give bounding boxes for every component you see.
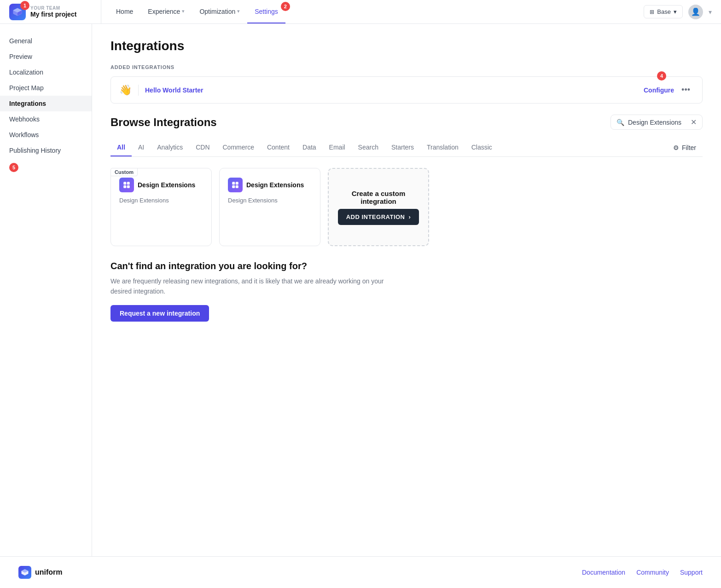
svg-rect-6 [123, 185, 126, 188]
create-custom-title: Create a custom integration [337, 190, 420, 205]
configure-section: 4 Configure ••• [644, 83, 694, 97]
sidebar: General Preview Localization Project Map… [0, 24, 92, 556]
card-logo-icon [119, 178, 134, 192]
footer-logo [18, 566, 31, 579]
footer-community-link[interactable]: Community [636, 569, 669, 576]
integration-cards: Custom Design Extensions Design Extensio… [110, 168, 703, 246]
brand-project-name: My first project [30, 11, 76, 18]
more-options-button[interactable]: ••• [678, 83, 694, 97]
avatar-icon: 👤 [691, 7, 700, 16]
sidebar-item-localization[interactable]: Localization [0, 64, 92, 80]
svg-rect-10 [232, 185, 235, 188]
configure-link[interactable]: Configure [644, 86, 674, 94]
nav-settings[interactable]: Settings [247, 0, 285, 23]
nav-optimization[interactable]: Optimization ▾ [192, 0, 247, 23]
sidebar-item-publishing-history[interactable]: Publishing History [0, 143, 92, 158]
integration-name[interactable]: Hello World Starter [145, 86, 637, 94]
footer-brand-name: uniform [35, 568, 63, 576]
card-name: Design Extensions [138, 181, 195, 189]
grid-icon: ⊞ [650, 9, 654, 15]
cant-find-title: Can't find an integration you are lookin… [110, 261, 703, 271]
search-filter-box[interactable]: 🔍 Design Extensions ✕ [611, 115, 703, 130]
card-name: Design Extensions [246, 181, 304, 189]
brand-text: YOUR TEAM My first project [30, 6, 76, 18]
browse-header: Browse Integrations 🔍 Design Extensions … [110, 115, 703, 130]
tab-data[interactable]: Data [296, 139, 323, 156]
card-desc: Design Extensions [228, 197, 278, 204]
brand-section: 1 YOUR TEAM My first project [0, 0, 101, 23]
footer-brand: uniform [18, 566, 63, 579]
footer-support-link[interactable]: Support [680, 569, 703, 576]
added-integrations-label: ADDED INTEGRATIONS [110, 64, 703, 70]
cant-find-section: Can't find an integration you are lookin… [110, 261, 703, 322]
annotation-badge-1: 1 [20, 1, 29, 10]
card-logo-icon [228, 178, 243, 192]
footer: uniform Documentation Community Support [0, 556, 721, 588]
custom-badge: Custom [110, 168, 138, 176]
main-layout: General Preview Localization Project Map… [0, 24, 721, 556]
tab-all[interactable]: All [110, 139, 132, 156]
search-icon: 🔍 [616, 119, 624, 126]
annotation-badge-4: 4 [657, 71, 666, 81]
added-integration-row: 👋 Hello World Starter 4 Configure ••• [110, 76, 703, 104]
sidebar-item-general[interactable]: General [0, 33, 92, 49]
sidebar-item-webhooks[interactable]: Webhooks [0, 111, 92, 127]
base-button[interactable]: ⊞ Base ▾ [644, 5, 683, 18]
tab-search[interactable]: Search [352, 139, 385, 156]
tab-starters[interactable]: Starters [385, 139, 420, 156]
svg-rect-5 [127, 182, 130, 184]
footer-documentation-link[interactable]: Documentation [582, 569, 625, 576]
main-content: Integrations ADDED INTEGRATIONS 👋 Hello … [92, 24, 721, 556]
tab-email[interactable]: Email [323, 139, 352, 156]
card-icon-row: Design Extensions [228, 178, 304, 192]
browse-tabs: All AI Analytics CDN Commerce Content Da… [110, 139, 703, 157]
tab-cdn[interactable]: CDN [189, 139, 216, 156]
card-icon-row: Design Extensions [119, 178, 195, 192]
filter-icon: ⚙ [673, 144, 679, 151]
integration-card[interactable]: Design Extensions Design Extensions [219, 168, 320, 246]
chevron-down-icon[interactable]: ▾ [709, 8, 712, 16]
request-integration-button[interactable]: Request a new integration [110, 305, 209, 322]
sidebar-item-project-map[interactable]: Project Map [0, 80, 92, 96]
nav-links: Home Experience ▾ Optimization ▾ Setting… [101, 0, 644, 23]
brand-logo-wrap: 1 [9, 4, 26, 20]
annotation-badge-2: 2 [281, 2, 290, 11]
nav-home[interactable]: Home [109, 0, 140, 23]
user-avatar[interactable]: 👤 [688, 5, 703, 19]
tab-translation[interactable]: Translation [420, 139, 465, 156]
add-integration-button[interactable]: ADD INTEGRATION › [338, 209, 419, 225]
sidebar-item-integrations[interactable]: Integrations 3 [0, 96, 92, 111]
tab-ai[interactable]: AI [132, 139, 151, 156]
tab-commerce[interactable]: Commerce [216, 139, 261, 156]
topnav: 1 YOUR TEAM My first project Home Experi… [0, 0, 721, 24]
svg-rect-9 [236, 182, 238, 184]
svg-rect-4 [123, 182, 126, 184]
brand-team-label: YOUR TEAM [30, 6, 76, 11]
hello-world-icon: 👋 [119, 84, 132, 96]
chevron-down-icon: ▾ [237, 8, 240, 14]
clear-search-button[interactable]: ✕ [691, 118, 697, 127]
svg-rect-11 [236, 185, 238, 188]
svg-rect-7 [127, 185, 130, 188]
tab-content[interactable]: Content [261, 139, 296, 156]
card-desc: Design Extensions [119, 197, 169, 204]
divider [138, 85, 139, 96]
chevron-down-icon: ▾ [674, 8, 677, 15]
tab-classic[interactable]: Classic [465, 139, 499, 156]
sidebar-item-workflows[interactable]: Workflows [0, 127, 92, 143]
browse-title: Browse Integrations [110, 116, 217, 129]
filter-button[interactable]: ⚙ Filter [667, 140, 703, 155]
nav-experience[interactable]: Experience ▾ [140, 0, 192, 23]
tab-analytics[interactable]: Analytics [151, 139, 189, 156]
search-filter-value: Design Extensions [628, 119, 687, 126]
chevron-down-icon: ▾ [182, 8, 185, 14]
integration-card[interactable]: Custom Design Extensions Design Extensio… [110, 168, 212, 246]
annotation-badge-5: 5 [9, 163, 18, 172]
nav-right: ⊞ Base ▾ 👤 ▾ [644, 5, 721, 19]
sidebar-item-preview[interactable]: Preview [0, 49, 92, 64]
svg-rect-8 [232, 182, 235, 184]
create-integration-card[interactable]: Create a custom integration ADD INTEGRAT… [328, 168, 429, 246]
arrow-right-icon: › [409, 213, 411, 220]
page-title: Integrations [110, 39, 703, 53]
footer-links: Documentation Community Support [582, 569, 703, 576]
